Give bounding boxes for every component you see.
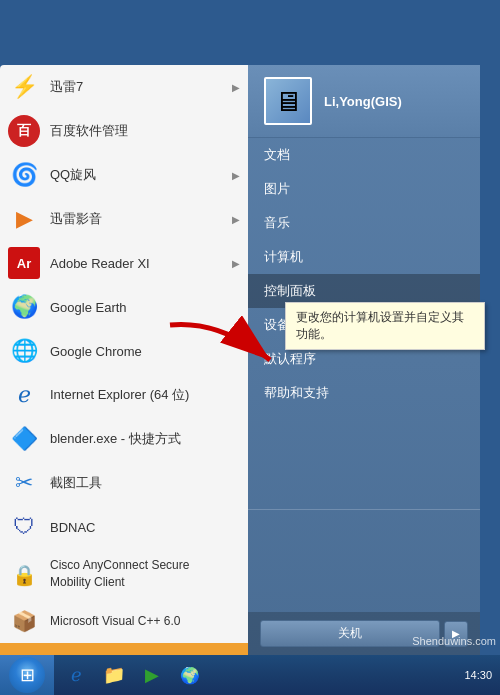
right-menu-control-panel[interactable]: 控制面板 更改您的计算机设置并自定义其功能。 bbox=[248, 274, 480, 308]
right-menu-documents[interactable]: 文档 bbox=[248, 138, 480, 172]
right-menu-computer[interactable]: 计算机 bbox=[248, 240, 480, 274]
bottom-buttons: 关机 ▶ bbox=[248, 612, 480, 655]
start-orb: ⊞ bbox=[9, 657, 45, 693]
app-item-google-earth[interactable]: 🌍 Google Earth bbox=[0, 285, 248, 329]
taskbar-icons: ℯ 📁 ▶ 🌍 bbox=[54, 657, 212, 693]
xunlei-film-icon: ▶ bbox=[8, 203, 40, 235]
xunlei-film-label: 迅雷影音 bbox=[50, 210, 232, 228]
xunlei-film-arrow: ▶ bbox=[232, 214, 240, 225]
right-bottom-separator bbox=[248, 509, 480, 510]
xunlei7-icon: ⚡ bbox=[8, 71, 40, 103]
adobe-arrow: ▶ bbox=[232, 258, 240, 269]
bdnac-label: BDNAC bbox=[50, 520, 240, 535]
avatar: 🖥 bbox=[264, 77, 312, 125]
xunlei7-arrow: ▶ bbox=[232, 82, 240, 93]
watermark: Shenduwins.com bbox=[412, 635, 496, 647]
bdnac-icon: 🛡 bbox=[8, 511, 40, 543]
control-panel-tooltip: 更改您的计算机设置并自定义其功能。 bbox=[285, 302, 485, 350]
ie-icon: ℯ bbox=[8, 379, 40, 411]
pinned-apps: ⚡ 迅雷7 ▶ 百 百度软件管理 🌀 QQ旋风 ▶ ▶ 迅雷影音 ▶ Ar Ad… bbox=[0, 65, 248, 655]
google-earth-label: Google Earth bbox=[50, 300, 240, 315]
app-item-chrome[interactable]: 🌐 Google Chrome bbox=[0, 329, 248, 373]
right-menu-pictures[interactable]: 图片 bbox=[248, 172, 480, 206]
app-item-qq[interactable]: 🌀 QQ旋风 ▶ bbox=[0, 153, 248, 197]
xunlei7-label: 迅雷7 bbox=[50, 78, 232, 96]
baidu-icon: 百 bbox=[8, 115, 40, 147]
app-item-lantern[interactable]: ↑ Lantern bbox=[0, 643, 248, 655]
taskbar-time: 14:30 bbox=[464, 669, 492, 681]
taskbar-icon-media[interactable]: ▶ bbox=[134, 657, 170, 693]
user-section: 🖥 Li,Yong(GIS) bbox=[248, 65, 480, 138]
right-menu-music[interactable]: 音乐 bbox=[248, 206, 480, 240]
cisco-label: Cisco AnyConnect Secure Mobility Client bbox=[50, 557, 240, 591]
adobe-label: Adobe Reader XI bbox=[50, 256, 232, 271]
app-item-ie[interactable]: ℯ Internet Explorer (64 位) bbox=[0, 373, 248, 417]
app-item-xunlei7[interactable]: ⚡ 迅雷7 ▶ bbox=[0, 65, 248, 109]
app-item-bdnac[interactable]: 🛡 BDNAC bbox=[0, 505, 248, 549]
google-earth-icon: 🌍 bbox=[8, 291, 40, 323]
chrome-icon: 🌐 bbox=[8, 335, 40, 367]
app-item-blender[interactable]: 🔷 blender.exe - 快捷方式 bbox=[0, 417, 248, 461]
chrome-label: Google Chrome bbox=[50, 344, 240, 359]
app-item-cisco[interactable]: 🔒 Cisco AnyConnect Secure Mobility Clien… bbox=[0, 549, 248, 599]
left-panel: ⚡ 迅雷7 ▶ 百 百度软件管理 🌀 QQ旋风 ▶ ▶ 迅雷影音 ▶ Ar Ad… bbox=[0, 65, 248, 655]
user-name: Li,Yong(GIS) bbox=[324, 94, 402, 109]
cisco-icon: 🔒 bbox=[8, 559, 40, 591]
qq-arrow: ▶ bbox=[232, 170, 240, 181]
taskbar-right: 14:30 bbox=[464, 669, 500, 681]
vs-cpp-icon: 📦 bbox=[8, 605, 40, 637]
adobe-icon: Ar bbox=[8, 247, 40, 279]
app-item-xunlei-film[interactable]: ▶ 迅雷影音 ▶ bbox=[0, 197, 248, 241]
start-button[interactable]: ⊞ bbox=[0, 655, 54, 695]
qq-icon: 🌀 bbox=[8, 159, 40, 191]
app-item-baidu[interactable]: 百 百度软件管理 bbox=[0, 109, 248, 153]
ie-label: Internet Explorer (64 位) bbox=[50, 386, 240, 404]
baidu-label: 百度软件管理 bbox=[50, 122, 240, 140]
screenshot-label: 截图工具 bbox=[50, 474, 240, 492]
taskbar-icon-folder[interactable]: 📁 bbox=[96, 657, 132, 693]
taskbar-icon-ie[interactable]: ℯ bbox=[58, 657, 94, 693]
taskbar: ⊞ ℯ 📁 ▶ 🌍 14:30 bbox=[0, 655, 500, 695]
blender-label: blender.exe - 快捷方式 bbox=[50, 430, 240, 448]
right-menu-help[interactable]: 帮助和支持 bbox=[248, 376, 480, 410]
app-item-adobe[interactable]: Ar Adobe Reader XI ▶ bbox=[0, 241, 248, 285]
app-item-screenshot[interactable]: ✂ 截图工具 bbox=[0, 461, 248, 505]
taskbar-icon-earth[interactable]: 🌍 bbox=[172, 657, 208, 693]
qq-label: QQ旋风 bbox=[50, 166, 232, 184]
right-panel: 🖥 Li,Yong(GIS) 文档 图片 音乐 计算机 控制面板 更改您的计算机… bbox=[248, 65, 480, 655]
blender-icon: 🔷 bbox=[8, 423, 40, 455]
screenshot-icon: ✂ bbox=[8, 467, 40, 499]
start-menu: ⚡ 迅雷7 ▶ 百 百度软件管理 🌀 QQ旋风 ▶ ▶ 迅雷影音 ▶ Ar Ad… bbox=[0, 65, 480, 655]
vs-cpp-label: Microsoft Visual C++ 6.0 bbox=[50, 614, 240, 628]
app-item-vs-cpp[interactable]: 📦 Microsoft Visual C++ 6.0 bbox=[0, 599, 248, 643]
